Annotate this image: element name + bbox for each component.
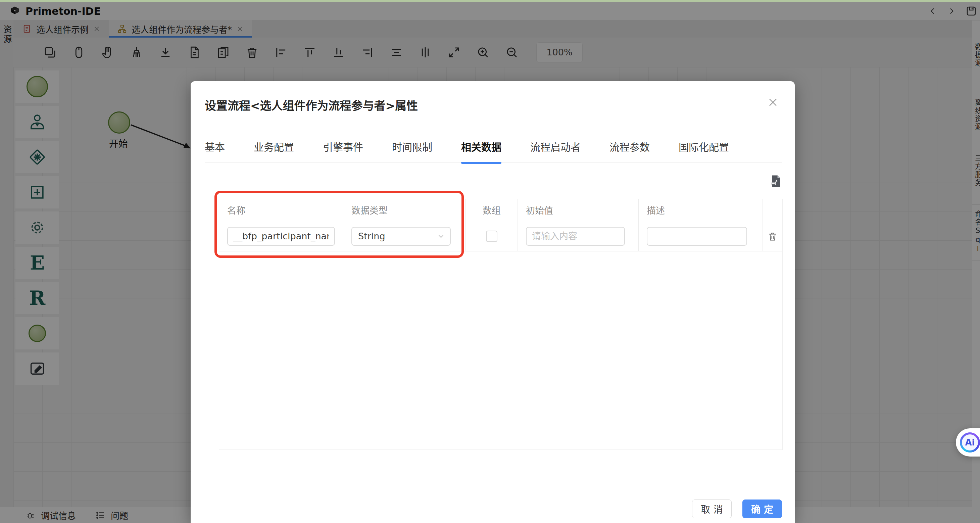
dialog-tab-engine-events[interactable]: 引擎事件: [323, 139, 363, 163]
dialog-tab-business-config[interactable]: 业务配置: [254, 139, 294, 163]
variable-name-input[interactable]: [227, 227, 335, 246]
delete-row-icon[interactable]: [767, 231, 778, 242]
dialog-tab-process-initiator[interactable]: 流程启动者: [530, 139, 581, 163]
dialog-tab-process-params[interactable]: 流程参数: [609, 139, 650, 163]
window-top-accent: [0, 0, 980, 2]
header-array: 数组: [466, 199, 518, 221]
dialog-tab-i18n-config[interactable]: 国际化配置: [679, 139, 729, 163]
header-name: 名称: [219, 199, 343, 221]
header-description: 描述: [639, 199, 763, 221]
header-data-type: 数据类型: [343, 199, 466, 221]
dialog-title: 设置流程<选人组件作为流程参与者>属性: [205, 97, 418, 113]
ai-label: Ai: [962, 434, 978, 451]
dialog-tab-related-data[interactable]: 相关数据: [461, 139, 501, 163]
ai-icon: Ai: [960, 432, 980, 453]
header-initial-value: 初始值: [518, 199, 639, 221]
description-input[interactable]: [647, 227, 747, 246]
array-checkbox[interactable]: [486, 231, 497, 242]
data-type-value: String: [358, 231, 385, 241]
initial-value-input[interactable]: [526, 227, 625, 246]
dialog-tab-basic[interactable]: 基本: [205, 139, 225, 163]
data-type-select[interactable]: String: [352, 227, 451, 246]
dialog-close-icon[interactable]: [767, 97, 779, 108]
ok-button[interactable]: 确定: [742, 499, 782, 518]
table-row: String: [219, 221, 782, 252]
dialog-tab-time-limit[interactable]: 时间限制: [392, 139, 432, 163]
header-actions: [763, 199, 782, 221]
dialog-tab-bar: 基本 业务配置 引擎事件 时间限制 相关数据 流程启动者 流程参数 国际化配置: [205, 139, 782, 163]
related-data-table: 名称 数据类型 数组 初始值 描述 String: [219, 199, 783, 450]
export-file-icon[interactable]: [768, 174, 783, 189]
process-properties-dialog: 设置流程<选人组件作为流程参与者>属性 基本 业务配置 引擎事件 时间限制 相关…: [191, 81, 795, 523]
table-header-row: 名称 数据类型 数组 初始值 描述: [219, 199, 782, 221]
app-window: Primeton-IDE 资源 选人组件示例 选人组件作为流程参与者*: [0, 0, 980, 523]
chevron-down-icon: [437, 232, 445, 241]
cancel-button[interactable]: 取消: [692, 499, 732, 518]
